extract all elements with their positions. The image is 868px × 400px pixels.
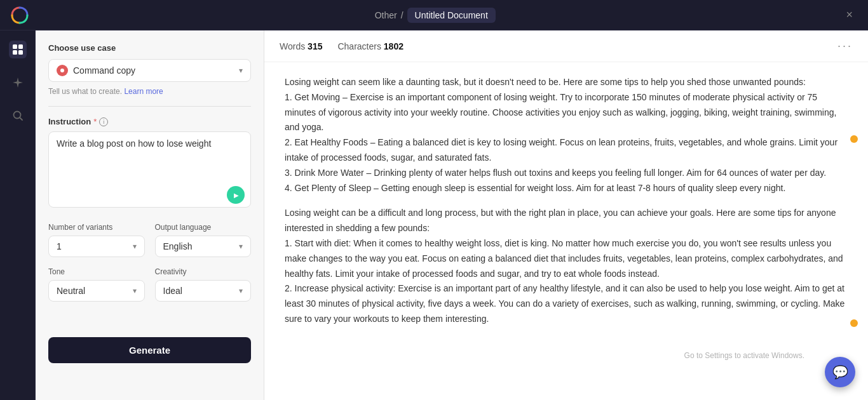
variants-label: Number of variants xyxy=(48,223,145,232)
more-options-button[interactable]: ··· xyxy=(837,39,853,53)
tell-us-text: Tell us what to create. Learn more xyxy=(48,87,251,96)
controls-row-2: Tone Neutral ▾ Creativity Ideal ▾ xyxy=(48,267,251,302)
use-case-icon xyxy=(57,65,68,76)
textarea-wrapper xyxy=(48,131,251,210)
orange-dot-1 xyxy=(850,135,858,143)
instruction-label: Instruction xyxy=(48,117,91,126)
tone-label: Tone xyxy=(48,267,145,276)
close-button[interactable]: × xyxy=(841,6,858,24)
topbar-center: Other / Untitled Document xyxy=(375,8,496,23)
characters-count: 1802 xyxy=(384,41,403,51)
language-chevron-icon: ▾ xyxy=(239,242,243,251)
generate-button[interactable]: Generate xyxy=(48,337,251,363)
creativity-select[interactable]: Ideal ▾ xyxy=(155,280,252,302)
svg-rect-4 xyxy=(18,50,23,55)
controls-row-1: Number of variants 1 ▾ Output language E… xyxy=(48,223,251,257)
variants-control: Number of variants 1 ▾ xyxy=(48,223,145,257)
stats-bar: Words 315 Characters 1802 ··· xyxy=(264,30,868,62)
svg-rect-1 xyxy=(13,44,17,49)
svg-point-0 xyxy=(11,6,29,24)
orange-dot-2 xyxy=(850,319,858,327)
creativity-label: Creativity xyxy=(155,267,252,276)
learn-more-link[interactable]: Learn more xyxy=(124,87,163,96)
use-case-select[interactable]: Command copy ▾ xyxy=(48,59,251,82)
breadcrumb-separator: / xyxy=(401,10,403,20)
creativity-value: Ideal xyxy=(163,286,182,296)
sidebar-icon-grid[interactable] xyxy=(9,41,27,58)
right-content: Words 315 Characters 1802 ··· Losing wei… xyxy=(264,30,868,400)
svg-point-5 xyxy=(13,112,20,119)
output-language-value: English xyxy=(163,241,193,251)
svg-rect-2 xyxy=(18,44,23,49)
use-case-value: Command copy xyxy=(73,65,135,76)
svg-line-6 xyxy=(20,118,22,121)
icon-sidebar xyxy=(0,30,36,400)
document-title: Untitled Document xyxy=(407,8,496,23)
instruction-info-icon[interactable]: i xyxy=(99,117,108,126)
breadcrumb-other: Other xyxy=(375,10,397,20)
svg-rect-3 xyxy=(13,50,17,55)
article-paragraph-2: Losing weight can be a difficult and lon… xyxy=(285,206,848,326)
characters-stat: Characters 1802 xyxy=(337,41,403,51)
tone-select[interactable]: Neutral ▾ xyxy=(48,280,145,302)
send-button[interactable] xyxy=(227,186,245,204)
variants-select[interactable]: 1 ▾ xyxy=(48,236,145,257)
words-stat: Words 315 xyxy=(280,41,322,51)
chat-bubble-button[interactable] xyxy=(825,357,855,387)
characters-label: Characters xyxy=(337,41,381,51)
creativity-control: Creativity Ideal ▾ xyxy=(155,267,252,302)
required-star: * xyxy=(93,117,97,126)
left-panel: Choose use case Command copy ▾ Tell us w… xyxy=(36,30,264,400)
divider-1 xyxy=(48,106,251,107)
output-language-select[interactable]: English ▾ xyxy=(155,236,252,257)
output-language-label: Output language xyxy=(155,223,252,232)
choose-use-case-label: Choose use case xyxy=(48,43,251,53)
use-case-select-left: Command copy xyxy=(57,65,135,76)
variants-value: 1 xyxy=(57,241,62,251)
article-paragraph-1: Losing weight can seem like a daunting t… xyxy=(285,75,848,196)
words-label: Words xyxy=(280,41,305,51)
windows-watermark: Go to Settings to activate Windows. xyxy=(684,349,804,362)
tone-chevron-icon: ▾ xyxy=(133,286,137,295)
article-content: Losing weight can seem like a daunting t… xyxy=(264,62,868,400)
instruction-textarea[interactable] xyxy=(48,131,251,208)
sidebar-icon-search[interactable] xyxy=(9,107,27,124)
instruction-row: Instruction * i xyxy=(48,117,251,126)
words-count: 315 xyxy=(308,41,322,51)
tone-value: Neutral xyxy=(57,286,85,296)
topbar-right: × xyxy=(841,6,858,24)
topbar: Other / Untitled Document × xyxy=(0,0,868,30)
tone-control: Tone Neutral ▾ xyxy=(48,267,145,302)
app-logo xyxy=(10,6,29,25)
topbar-left xyxy=(10,6,29,25)
main-layout: Choose use case Command copy ▾ Tell us w… xyxy=(0,30,868,400)
variants-chevron-icon: ▾ xyxy=(133,242,137,251)
use-case-chevron-icon: ▾ xyxy=(239,66,243,75)
output-language-control: Output language English ▾ xyxy=(155,223,252,257)
sidebar-icon-sparkle[interactable] xyxy=(9,74,27,91)
creativity-chevron-icon: ▾ xyxy=(239,286,243,295)
